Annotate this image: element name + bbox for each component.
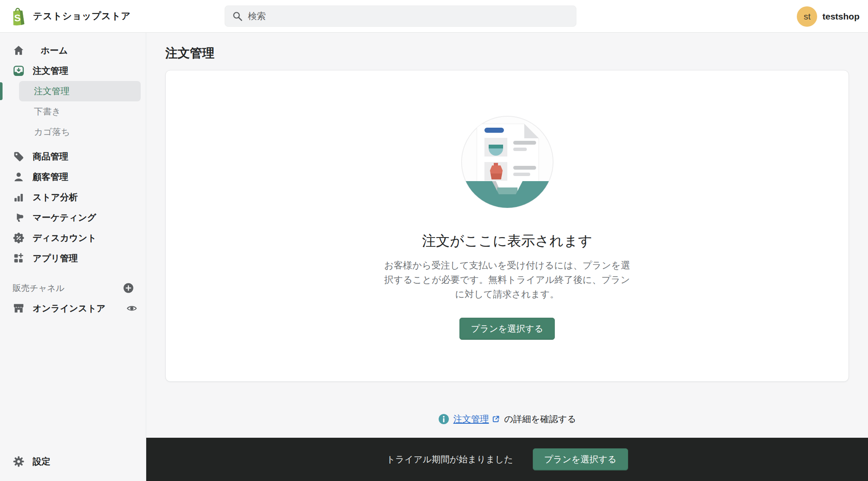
orders-icon [13, 65, 25, 77]
orders-empty-illustration [461, 115, 554, 209]
gear-icon [13, 456, 25, 467]
sales-channels-header: 販売チャネル [0, 278, 146, 298]
discount-badge-icon [13, 232, 25, 244]
subitem-label: 下書き [34, 106, 61, 117]
account-menu[interactable]: st testshop [797, 0, 860, 33]
search-input[interactable] [248, 11, 569, 21]
shopify-logo-icon: S [9, 7, 26, 26]
active-indicator [0, 82, 3, 100]
empty-state-body: お客様から受注して支払いを受け付けるには、プランを選択することが必要です。無料ト… [380, 258, 634, 302]
select-plan-button[interactable]: プランを選択する [459, 318, 555, 340]
sidebar-item-label-customers: 顧客管理 [33, 171, 68, 183]
trial-select-plan-button[interactable]: プランを選択する [533, 448, 628, 470]
sidebar-item-products[interactable]: 商品管理 [0, 146, 146, 167]
sidebar-item-label-analytics: ストア分析 [33, 191, 78, 203]
page-title: 注文管理 [165, 43, 868, 63]
home-icon [13, 45, 25, 56]
main-content: 注文管理 [146, 33, 868, 481]
store-name: テストショップストア [33, 10, 131, 22]
sidebar-item-label-settings: 設定 [33, 456, 50, 467]
sidebar-item-apps[interactable]: アプリ管理 [0, 248, 146, 268]
info-icon [438, 414, 449, 425]
view-online-store-button[interactable] [126, 303, 137, 314]
sidebar-item-analytics[interactable]: ストア分析 [0, 187, 146, 207]
sidebar-item-label-marketing: マーケティング [33, 212, 96, 224]
account-name: testshop [822, 11, 860, 22]
sidebar-item-customers[interactable]: 顧客管理 [0, 167, 146, 187]
sidebar-item-label-home: ホーム [41, 45, 68, 56]
sales-channels-label: 販売チャネル [13, 282, 64, 294]
search-icon [232, 11, 243, 22]
sidebar-item-online-store[interactable]: オンラインストア [0, 298, 146, 319]
orders-help-link[interactable]: 注文管理 [453, 413, 500, 425]
sidebar-subitem-orders-wrap: 注文管理 [0, 81, 146, 101]
add-sales-channel-button[interactable] [123, 282, 134, 294]
empty-state-heading: 注文がここに表示されます [422, 232, 592, 251]
sidebar-item-label-discounts: ディスカウント [33, 232, 96, 244]
bar-chart-icon [13, 191, 25, 203]
trial-message: トライアル期間が始まりました [386, 453, 513, 465]
storefront-icon [13, 302, 25, 314]
sidebar-item-label-products: 商品管理 [33, 151, 68, 162]
sidebar-item-home[interactable]: ホーム [0, 40, 146, 61]
megaphone-icon [13, 212, 25, 224]
sidebar-item-marketing[interactable]: マーケティング [0, 207, 146, 228]
orders-empty-state-card: 注文がここに表示されます お客様から受注して支払いを受け付けるには、プランを選択… [165, 70, 849, 382]
external-link-icon [492, 415, 500, 423]
sidebar-item-settings[interactable]: 設定 [0, 451, 146, 472]
sidebar-item-discounts[interactable]: ディスカウント [0, 228, 146, 248]
avatar: st [797, 6, 817, 27]
footer-help-suffix: の詳細を確認する [504, 413, 576, 425]
orders-help-link-text: 注文管理 [453, 413, 489, 425]
sidebar-subitem-abandoned-checkouts[interactable]: カゴ落ち [0, 122, 146, 142]
sidebar-subitem-drafts[interactable]: 下書き [0, 101, 146, 122]
sidebar-item-label-orders: 注文管理 [33, 65, 68, 77]
store-brand[interactable]: S テストショップストア [0, 7, 131, 26]
person-icon [13, 171, 25, 183]
sidebar-item-label-online-store: オンラインストア [33, 302, 106, 314]
subitem-label: 注文管理 [34, 85, 70, 97]
search-bar[interactable] [225, 6, 576, 27]
sidebar-item-orders[interactable]: 注文管理 [0, 61, 146, 81]
sidebar-item-label-apps: アプリ管理 [33, 252, 78, 264]
sidebar-subitem-orders[interactable]: 注文管理 [19, 81, 141, 101]
trial-banner: トライアル期間が始まりました プランを選択する [146, 438, 868, 481]
apps-grid-icon [13, 252, 25, 264]
footer-help: 注文管理 の詳細を確認する [165, 413, 849, 425]
logo-letter: S [14, 12, 21, 23]
topbar: S テストショップストア st testshop [0, 0, 868, 33]
tag-icon [13, 151, 25, 162]
subitem-label: カゴ落ち [34, 126, 70, 138]
sidebar: ホーム 注文管理 注文管理 下書き カゴ落ち [0, 33, 146, 481]
